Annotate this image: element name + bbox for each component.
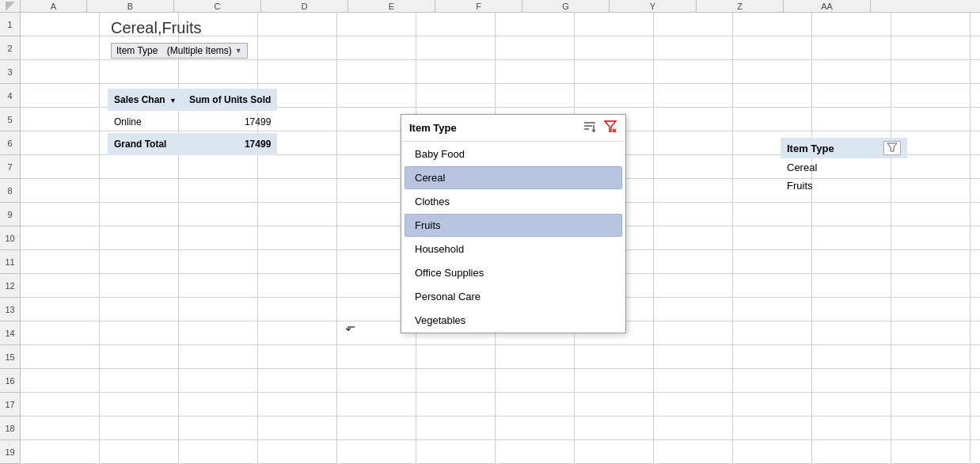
pivot-col1-header[interactable]: Sales Chan ▼ — [108, 89, 183, 111]
clear-filter-icon — [603, 120, 617, 134]
filter-clear-button[interactable] — [603, 120, 617, 136]
pivot-header-row: Sales Chan ▼ Sum of Units Sold — [108, 89, 277, 111]
row-header-6[interactable]: 6 — [0, 131, 20, 155]
sort-icon — [583, 120, 597, 133]
filter-popup-header: Item Type — [401, 115, 625, 142]
row-header-2[interactable]: 2 — [0, 36, 20, 60]
filter-popup-icons — [583, 120, 617, 136]
row-header-9[interactable]: 9 — [0, 203, 20, 226]
row-header-11[interactable]: 11 — [0, 250, 20, 274]
pivot-row-value-online: 17499 — [183, 111, 277, 133]
col-header-b[interactable]: B — [87, 0, 174, 12]
grid-content: Cereal,Fruits Item Type (Multiple Items)… — [21, 13, 980, 464]
filter-sort-button[interactable] — [583, 120, 597, 135]
row-header-14[interactable]: 14 — [0, 321, 20, 345]
filter-row: Item Type (Multiple Items) ▼ — [108, 40, 251, 62]
slicer-filter-button[interactable] — [883, 141, 901, 155]
filter-item-fruits[interactable]: Fruits — [405, 214, 622, 237]
col-header-z[interactable]: Z — [697, 0, 784, 12]
col-header-e[interactable]: E — [348, 0, 435, 12]
slicer-item-cereal[interactable]: Cereal — [781, 158, 907, 177]
pivot-table: Sales Chan ▼ Sum of Units Sold Online 17… — [108, 89, 277, 155]
pivot-table-element: Sales Chan ▼ Sum of Units Sold Online 17… — [108, 89, 277, 155]
col-header-c[interactable]: C — [174, 0, 261, 12]
pivot-data-row-online: Online 17499 — [108, 111, 277, 133]
row-header-8[interactable]: 8 — [0, 179, 20, 203]
column-headers-row: A B C D E F G Y Z AA — [0, 0, 980, 13]
pivot-col2-header: Sum of Units Sold — [183, 89, 277, 111]
row-header-5[interactable]: 5 — [0, 108, 20, 131]
pivot-dropdown-icon[interactable]: ▼ — [169, 97, 177, 105]
pivot-row-label-online: Online — [108, 111, 183, 133]
slicer-panel: Item Type Cereal Fruits — [781, 138, 907, 195]
row-header-17[interactable]: 17 — [0, 393, 20, 416]
pivot-total-row: Grand Total 17499 — [108, 133, 277, 155]
grid-body: 1 2 3 4 5 6 7 8 9 10 11 12 13 14 15 16 1… — [0, 13, 980, 464]
filter-items-list[interactable]: Baby Food Cereal Clothes Fruits Househol… — [401, 142, 625, 333]
row-header-7[interactable]: 7 — [0, 155, 20, 179]
filter-item-babyfood[interactable]: Baby Food — [405, 143, 622, 165]
slicer-title: Item Type — [787, 143, 834, 154]
col-header-f[interactable]: F — [435, 0, 522, 12]
row-header-19[interactable]: 19 — [0, 440, 20, 464]
pivot-total-value: 17499 — [183, 133, 277, 155]
filter-item-clothes[interactable]: Clothes — [405, 190, 622, 213]
filter-label: Item Type — [116, 45, 158, 56]
item-type-filter-button[interactable]: Item Type (Multiple Items) ▼ — [111, 43, 248, 59]
pivot-total-label: Grand Total — [108, 133, 183, 155]
col-header-d[interactable]: D — [261, 0, 348, 12]
row-header-10[interactable]: 10 — [0, 226, 20, 250]
row-header-18[interactable]: 18 — [0, 416, 20, 440]
row-header-1[interactable]: 1 — [0, 13, 20, 36]
col-header-g[interactable]: G — [522, 0, 610, 12]
filter-item-personalcare[interactable]: Personal Care — [405, 285, 622, 308]
filter-item-officesupplies[interactable]: Office Supplies — [405, 261, 622, 284]
slicer-header: Item Type — [781, 138, 907, 158]
filter-dropdown-arrow[interactable]: ▼ — [235, 47, 242, 55]
filter-popup-title: Item Type — [409, 122, 457, 134]
slicer-filter-icon — [887, 143, 898, 152]
row-header-16[interactable]: 16 — [0, 369, 20, 393]
spreadsheet: A B C D E F G Y Z AA 1 2 3 4 5 6 7 8 9 1… — [0, 0, 980, 464]
row-header-13[interactable]: 13 — [0, 298, 20, 321]
filter-item-cereal[interactable]: Cereal — [405, 166, 622, 189]
col-header-y[interactable]: Y — [610, 0, 697, 12]
row-header-12[interactable]: 12 — [0, 274, 20, 298]
row-header-3[interactable]: 3 — [0, 60, 20, 84]
filter-popup: Item Type — [401, 114, 626, 333]
row-header-4[interactable]: 4 — [0, 84, 20, 108]
col-header-aa[interactable]: AA — [784, 0, 871, 12]
spreadsheet-title: Cereal,Fruits — [108, 16, 204, 40]
filter-item-vegetables[interactable]: Vegetables — [405, 309, 622, 332]
filter-value: (Multiple Items) — [167, 45, 232, 56]
svg-marker-0 — [6, 2, 15, 11]
row-header-15[interactable]: 15 — [0, 345, 20, 369]
corner-cell — [0, 0, 21, 12]
row-headers: 1 2 3 4 5 6 7 8 9 10 11 12 13 14 15 16 1… — [0, 13, 21, 464]
col-header-a[interactable]: A — [21, 0, 87, 12]
slicer-item-fruits[interactable]: Fruits — [781, 177, 907, 195]
filter-item-household[interactable]: Household — [405, 238, 622, 261]
